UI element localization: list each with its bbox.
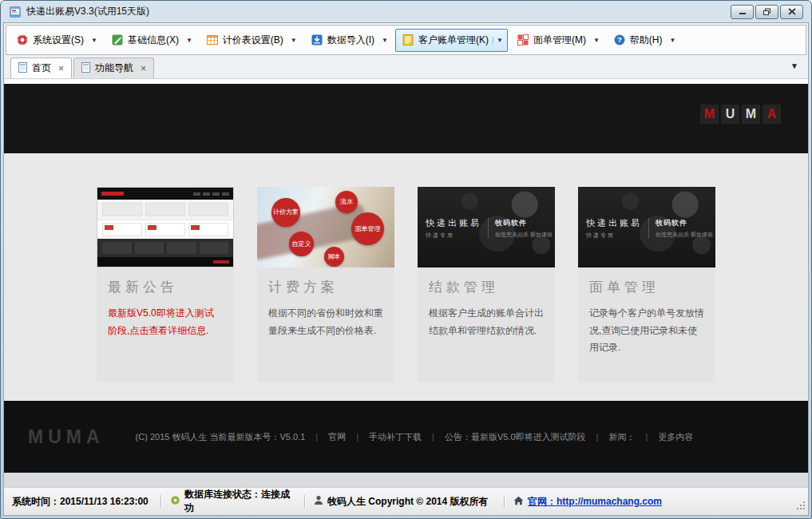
tab-bar: 首页 × 功能导航 × ▼ xyxy=(4,55,808,79)
waybill-thumbnail: 快递出账易 快递专用 牧码软件 创造完美品质 极致体验 xyxy=(578,187,715,267)
chevron-down-icon[interactable]: ▼ xyxy=(493,37,503,44)
pricing-badge: 流水 xyxy=(335,191,358,213)
status-bar: 系统时间：2015/11/13 16:23:00 数据库连接状态：连接成功 牧码… xyxy=(4,487,808,515)
card-title: 计费方案 xyxy=(268,278,383,296)
tab-label: 功能导航 xyxy=(95,61,133,75)
pricing-badge: 计价方案 xyxy=(271,198,300,227)
footer-link-more[interactable]: 更多内容 xyxy=(658,431,693,443)
card-title: 结款管理 xyxy=(429,278,544,296)
footer-link-news[interactable]: 新闻： xyxy=(608,431,635,443)
close-icon[interactable]: × xyxy=(141,64,146,73)
muma-footer-logo: M U M A xyxy=(28,426,101,448)
chevron-down-icon[interactable]: ▼ xyxy=(287,37,297,44)
divider xyxy=(488,218,489,238)
promo-brand: 牧码软件 xyxy=(495,218,553,228)
help-icon: ? xyxy=(613,34,626,46)
tab-function-nav[interactable]: 功能导航 × xyxy=(73,57,154,78)
svg-text:?: ? xyxy=(617,35,622,44)
footer-link-patch-download[interactable]: 手动补丁下载 xyxy=(369,431,422,443)
home-page: M U M A 最新公告 xyxy=(4,79,808,473)
card-pricing-plan[interactable]: 计价方案 流水 自定义 面单管理 脚本 计费方案 根据不同的省份和时效和重量段来… xyxy=(257,187,394,382)
page-icon xyxy=(81,62,90,75)
minimize-button[interactable] xyxy=(731,5,754,19)
toolbar-button-data-import[interactable]: 数据导入(I) ▼ xyxy=(304,29,393,52)
tab-list-dropdown-icon[interactable]: ▼ xyxy=(790,61,798,70)
copyright-text: 牧码人生 Copyright © 2014 版权所有 xyxy=(327,495,489,509)
home-icon xyxy=(513,496,524,508)
promo-text: 快递出账易 快递专用 牧码软件 创造完美品质 极致体验 xyxy=(586,217,713,240)
divider: | xyxy=(315,432,318,442)
toolbar-button-waybill-management[interactable]: 面单管理(M) ▼ xyxy=(510,29,604,52)
toolbar-button-label: 计价表设置(B) xyxy=(223,34,283,47)
close-icon[interactable]: × xyxy=(58,64,64,73)
card-text: 根据客户生成的账单合计出结款单和管理结款的情况. xyxy=(429,305,544,339)
window-controls xyxy=(729,5,803,19)
toolbar-button-price-table-settings[interactable]: 计价表设置(B) ▼ xyxy=(200,29,302,52)
logo-letter: M xyxy=(700,105,719,124)
pricing-badge: 脚本 xyxy=(324,247,344,267)
card-settlement-management[interactable]: 快递出账易 快递专用 牧码软件 创造完美品质 极致体验 结款管理 xyxy=(418,187,555,382)
logo-letter: M xyxy=(28,426,44,448)
toolbar-button-customer-bill-management[interactable]: 客户账单管理(K) ▼ xyxy=(395,29,508,52)
tab-home[interactable]: 首页 × xyxy=(10,57,72,78)
status-copyright: 牧码人生 Copyright © 2014 版权所有 xyxy=(306,488,504,515)
card-body: 计费方案 根据不同的省份和时效和重量段来生成不同的价格表. xyxy=(257,267,394,382)
status-system-time: 系统时间：2015/11/13 16:23:00 xyxy=(4,488,160,515)
announcement-link[interactable]: 最新版V5.0即将进入测试阶段,点击查看详细信息. xyxy=(108,305,223,339)
divider: | xyxy=(645,432,648,442)
title-bar[interactable]: 快递出账易V3.3(试用15天版) xyxy=(3,1,809,22)
divider: | xyxy=(356,432,358,442)
toolbar-button-label: 帮助(H) xyxy=(630,34,663,47)
main-toolbar: 系统设置(S) ▼ 基础信息(X) ▼ 计价表设置(B) ▼ 数据导入(I) ▼… xyxy=(6,25,806,55)
logo-letter: A xyxy=(762,105,781,124)
promo-title: 快递出账易 xyxy=(426,217,481,229)
muma-logo: M U M A xyxy=(700,105,781,124)
page-icon xyxy=(18,62,27,75)
toolbar-button-label: 基础信息(X) xyxy=(128,34,179,47)
app-icon xyxy=(9,6,22,18)
price-table-icon xyxy=(206,34,219,46)
pricing-badge: 自定义 xyxy=(289,232,314,256)
waybill-icon xyxy=(517,34,529,46)
card-body: 面单管理 记录每个客户的单号发放情况,查询已使用记录和未使用记录. xyxy=(578,267,715,382)
promo-title: 快递出账易 xyxy=(586,217,642,229)
customer-bill-icon xyxy=(402,34,414,46)
toolbar-button-label: 数据导入(I) xyxy=(327,34,374,47)
restore-button[interactable] xyxy=(755,5,778,19)
chevron-down-icon[interactable]: ▼ xyxy=(667,37,676,44)
resize-grip-icon[interactable] xyxy=(796,501,806,513)
divider: | xyxy=(432,432,434,442)
person-icon xyxy=(314,495,323,508)
settlement-thumbnail: 快递出账易 快递专用 牧码软件 创造完美品质 极致体验 xyxy=(418,187,555,267)
toolbar-button-help[interactable]: ? 帮助(H) ▼ xyxy=(607,29,681,52)
logo-letter: U xyxy=(721,105,739,124)
promo-subtitle: 快递专用 xyxy=(586,232,642,240)
logo-letter: M xyxy=(66,426,82,448)
promo-slogan: 创造完美品质 极致体验 xyxy=(495,231,553,239)
promo-brand: 牧码软件 xyxy=(656,218,713,228)
toolbar-button-system-settings[interactable]: 系统设置(S) ▼ xyxy=(10,29,102,52)
chevron-down-icon[interactable]: ▼ xyxy=(88,37,97,44)
thumb-cards xyxy=(97,220,233,239)
feature-cards: 最新公告 最新版V5.0即将进入测试阶段,点击查看详细信息. 计价方案 流水 自… xyxy=(4,153,808,401)
footer-link-announcement[interactable]: 公告：最新版V5.0即将进入测试阶段 xyxy=(445,431,586,443)
card-latest-news[interactable]: 最新公告 最新版V5.0即将进入测试阶段,点击查看详细信息. xyxy=(97,187,234,382)
chevron-down-icon[interactable]: ▼ xyxy=(378,37,388,44)
website-link[interactable]: 官网：http://mumachang.com xyxy=(528,495,662,509)
logo-letter: U xyxy=(48,426,62,448)
page-footer: M U M A (C) 2015 牧码人生 当前最新版本号：V5.0.1 | 官… xyxy=(4,401,808,473)
toolbar-button-label: 客户账单管理(K) xyxy=(418,34,489,47)
card-title: 面单管理 xyxy=(589,278,704,296)
toolbar-button-basic-info[interactable]: 基础信息(X) ▼ xyxy=(105,29,197,52)
chevron-down-icon[interactable]: ▼ xyxy=(183,37,192,44)
footer-link-official-site[interactable]: 官网 xyxy=(328,431,346,443)
card-body: 最新公告 最新版V5.0即将进入测试阶段,点击查看详细信息. xyxy=(97,267,234,382)
tab-label: 首页 xyxy=(32,61,51,75)
promo-slogan: 创造完美品质 极致体验 xyxy=(656,231,713,239)
card-text: 记录每个客户的单号发放情况,查询已使用记录和未使用记录. xyxy=(589,305,704,357)
card-waybill-management[interactable]: 快递出账易 快递专用 牧码软件 创造完美品质 极致体验 面单管理 xyxy=(578,187,715,382)
close-button[interactable] xyxy=(780,5,803,19)
data-import-icon xyxy=(311,34,323,46)
chevron-down-icon[interactable]: ▼ xyxy=(590,37,600,44)
bottom-gap xyxy=(4,473,808,487)
